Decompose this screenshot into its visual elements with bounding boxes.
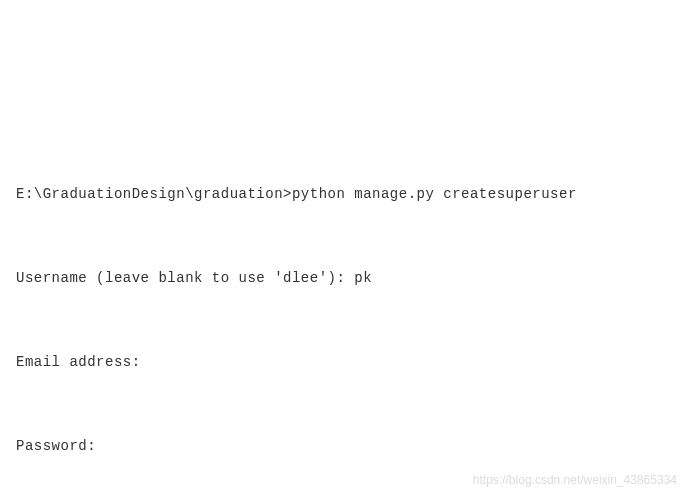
terminal-line: Email address:	[16, 348, 677, 376]
terminal-output: E:\GraduationDesign\graduation>python ma…	[16, 124, 677, 500]
terminal-line: Username (leave blank to use 'dlee'): pk	[16, 264, 677, 292]
terminal-line: E:\GraduationDesign\graduation>python ma…	[16, 180, 677, 208]
terminal-line: Password:	[16, 432, 677, 460]
watermark-text: https://blog.csdn.net/weixin_43865334	[473, 468, 677, 492]
